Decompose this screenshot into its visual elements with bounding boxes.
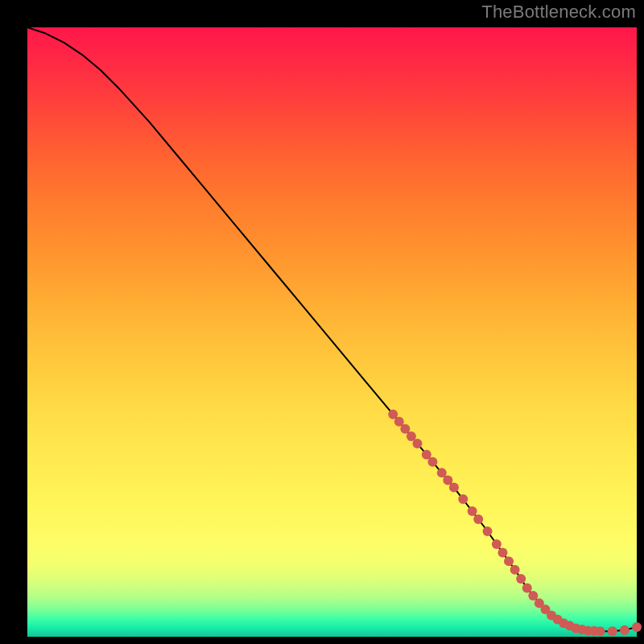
data-marker — [632, 622, 642, 632]
data-marker — [473, 514, 483, 524]
data-marker — [620, 625, 630, 635]
chart-stage: TheBottleneck.com — [0, 0, 644, 644]
data-marker — [412, 439, 422, 448]
data-marker — [497, 548, 507, 558]
plot-area — [27, 27, 637, 637]
data-marker — [483, 526, 493, 536]
data-marker — [449, 483, 459, 493]
curve-line — [27, 27, 637, 631]
data-marker — [510, 565, 520, 575]
data-marker — [427, 457, 437, 467]
data-marker — [516, 574, 526, 584]
data-marker — [468, 506, 477, 516]
data-marker — [458, 494, 468, 504]
chart-svg — [27, 27, 637, 637]
data-marker — [608, 626, 617, 636]
data-marker — [528, 591, 538, 601]
data-marker — [596, 626, 605, 636]
watermark-text: TheBottleneck.com — [481, 2, 636, 23]
data-marker — [492, 539, 502, 549]
data-marker — [522, 583, 532, 592]
data-marker — [504, 556, 514, 566]
